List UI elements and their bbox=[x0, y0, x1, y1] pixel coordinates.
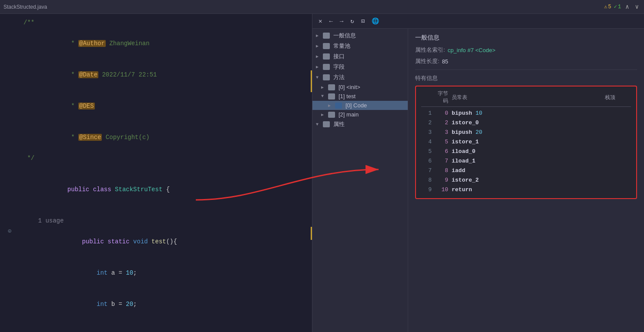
row-num: 5 bbox=[421, 147, 434, 156]
close-button[interactable]: ✕ bbox=[317, 17, 324, 26]
top-toolbar: StackStructed.java ⚠ 5 ✓ 1 ∧ ∨ bbox=[0, 0, 644, 14]
warning-count: 5 bbox=[608, 4, 611, 10]
row-byte: 8 bbox=[434, 166, 452, 176]
tree-arrow: ▼ bbox=[321, 94, 326, 99]
tree-arrow: ▼ bbox=[316, 122, 321, 127]
file-tab-left[interactable]: StackStructed.java bbox=[3, 4, 47, 10]
code-line: 1 usage bbox=[0, 216, 312, 226]
col-mnemonic: 员常表 bbox=[452, 94, 605, 101]
attr-name-label: 属性名索引: bbox=[415, 46, 445, 54]
bytecode-row-5: 5 6 iload_0 bbox=[421, 147, 631, 156]
back-button[interactable]: ← bbox=[327, 17, 334, 26]
row-mnemonic: iload_0 bbox=[452, 147, 631, 156]
toolbar-right: ⚠ 5 ✓ 1 ∧ ∨ bbox=[604, 2, 641, 11]
forward-button[interactable]: → bbox=[338, 17, 345, 26]
line-content: int a = 10; bbox=[22, 257, 312, 289]
line-content: public class StackStruTest { bbox=[22, 174, 312, 205]
row-num: 8 bbox=[421, 176, 434, 185]
nav-up-button[interactable]: ∧ bbox=[624, 2, 631, 11]
attr-length-value: 85 bbox=[442, 58, 448, 65]
tree-item-attributes[interactable]: ▼ 属性 bbox=[312, 119, 408, 129]
row-byte: 0 bbox=[434, 109, 452, 118]
line-gutter: ⊙ bbox=[3, 226, 16, 236]
line-content: public static void test(){ bbox=[22, 226, 312, 257]
tree-label: 接口 bbox=[333, 53, 345, 60]
special-info-title: 特有信息 bbox=[415, 74, 637, 82]
tree-item-general[interactable]: ▶ 一般信息 bbox=[312, 30, 408, 41]
tree-item-test[interactable]: ▼ [1] test bbox=[312, 92, 408, 101]
right-toolbar: ✕ ← → ↻ ⊡ 🌐 bbox=[312, 14, 644, 29]
warning-badge: ⚠ 5 bbox=[604, 3, 611, 10]
bytecode-row-8: 8 9 istore_2 bbox=[421, 176, 631, 185]
tree-arrow: ▶ bbox=[321, 85, 326, 90]
ok-badge: ✓ 1 bbox=[614, 3, 621, 10]
row-mnemonic: bipush 10 bbox=[452, 109, 631, 118]
main-content: /** * @Author ZhangWeinan * @Date 2022/1… bbox=[0, 14, 644, 332]
bytecode-row-6: 6 7 iload_1 bbox=[421, 156, 631, 166]
yellow-bar-top bbox=[311, 70, 312, 92]
tree-label: 常量池 bbox=[333, 42, 350, 50]
bytecode-row-2: 2 2 istore_0 bbox=[421, 118, 631, 128]
code-area: /** * @Author ZhangWeinan * @Date 2022/1… bbox=[0, 14, 312, 332]
line-content: int c = a+b; bbox=[22, 320, 312, 332]
tree-panel: ▶ 一般信息 ▶ 常量池 ▶ 接口 ▶ 字段 bbox=[312, 29, 408, 332]
folder-icon bbox=[328, 84, 335, 90]
info-row-attr-name: 属性名索引: cp_info #7 <Code> bbox=[415, 46, 637, 54]
folder-icon bbox=[323, 43, 330, 49]
attr-name-value: cp_info #7 <Code> bbox=[448, 47, 496, 53]
line-content: * @Author ZhangWeinan bbox=[22, 28, 312, 59]
row-mnemonic: istore_2 bbox=[452, 176, 631, 185]
web-button[interactable]: 🌐 bbox=[370, 17, 381, 26]
code-line: * @Since Copyright(c) bbox=[0, 122, 312, 153]
row-byte: 7 bbox=[434, 156, 452, 166]
code-line bbox=[0, 205, 312, 216]
toolbar-left: StackStructed.java bbox=[3, 4, 600, 10]
tree-label: 属性 bbox=[333, 120, 345, 128]
tree-arrow: ▼ bbox=[316, 75, 321, 80]
code-line: public class StackStruTest { bbox=[0, 174, 312, 205]
tree-item-fields[interactable]: ▶ 字段 bbox=[312, 62, 408, 72]
tree-arrow: ▶ bbox=[316, 33, 321, 38]
tree-arrow: ▶ bbox=[316, 43, 321, 49]
row-mnemonic: istore_0 bbox=[452, 118, 631, 128]
yellow-bar-bottom bbox=[311, 227, 312, 240]
folder-icon bbox=[323, 33, 330, 39]
right-content: ▶ 一般信息 ▶ 常量池 ▶ 接口 ▶ 字段 bbox=[312, 29, 644, 332]
row-byte: 10 bbox=[434, 185, 452, 195]
ok-icon: ✓ bbox=[614, 3, 617, 10]
col-byte: 字节码 bbox=[434, 90, 452, 105]
bytecode-table: 字节码 员常表 栈顶 1 0 bipush 10 2 2 istore_0 bbox=[415, 86, 637, 199]
code-line: /** bbox=[0, 17, 312, 28]
refresh-button[interactable]: ↻ bbox=[349, 17, 356, 26]
bytecode-row-4: 4 5 istore_1 bbox=[421, 137, 631, 147]
code-line-int-a: int a = 10; bbox=[0, 257, 312, 289]
bytecode-row-3: 3 3 bipush 20 bbox=[421, 128, 631, 137]
tree-label: 方法 bbox=[333, 73, 345, 81]
tree-item-code[interactable]: ▶ [0] Code bbox=[312, 101, 408, 110]
bytecode-row-1: 1 0 bipush 10 bbox=[421, 109, 631, 118]
row-num: 1 bbox=[421, 109, 434, 118]
row-mnemonic: istore_1 bbox=[452, 137, 631, 147]
tree-label: [0] <init> bbox=[339, 84, 360, 90]
tree-label: 一般信息 bbox=[333, 32, 356, 40]
tree-label: 字段 bbox=[333, 63, 345, 71]
tree-item-interface[interactable]: ▶ 接口 bbox=[312, 51, 408, 62]
attr-length-label: 属性长度: bbox=[415, 57, 439, 65]
save-button[interactable]: ⊡ bbox=[359, 17, 366, 26]
nav-down-button[interactable]: ∨ bbox=[634, 2, 641, 11]
line-content: /** bbox=[22, 17, 312, 28]
bytecode-row-7: 7 8 iadd bbox=[421, 166, 631, 176]
line-content: * @Date 2022/11/7 22:51 bbox=[22, 59, 312, 90]
code-line: * @DES bbox=[0, 90, 312, 122]
folder-icon bbox=[323, 121, 330, 127]
line-content: * @Since Copyright(c) bbox=[22, 122, 312, 153]
tree-arrow: ▶ bbox=[316, 54, 321, 59]
bytecode-header: 字节码 员常表 栈顶 bbox=[421, 90, 631, 107]
tree-item-init[interactable]: ▶ [0] <init> bbox=[312, 83, 408, 92]
tree-item-methods[interactable]: ▼ 方法 bbox=[312, 72, 408, 83]
tree-item-constant-pool[interactable]: ▶ 常量池 bbox=[312, 41, 408, 51]
code-line: */ bbox=[0, 153, 312, 163]
row-num: 7 bbox=[421, 166, 434, 176]
bytecode-row-9: 9 10 return bbox=[421, 185, 631, 195]
tree-item-main[interactable]: ▶ [2] main bbox=[312, 110, 408, 119]
